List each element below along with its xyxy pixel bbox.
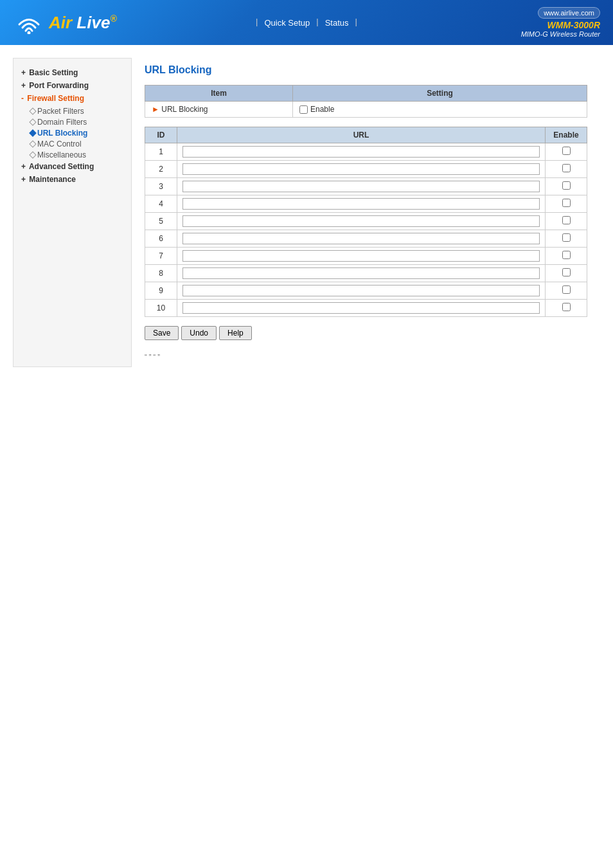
row-enable-checkbox-1[interactable] (562, 147, 571, 155)
row-enable-checkbox-9[interactable] (562, 285, 571, 294)
sidebar-item-advanced-setting[interactable]: + Advanced Setting (21, 162, 123, 171)
button-row: Save Undo Help (145, 326, 587, 340)
url-input-9[interactable] (182, 285, 540, 296)
url-table-row: 10 (145, 300, 587, 317)
url-col-enable: Enable (546, 127, 587, 143)
url-table-row: 2 (145, 161, 587, 178)
row-url-cell (177, 178, 546, 195)
help-button[interactable]: Help (219, 326, 252, 340)
row-enable-checkbox-7[interactable] (562, 251, 571, 259)
nav-separator2: | (316, 17, 318, 29)
plus-icon: + (21, 68, 26, 77)
row-enable-cell (546, 282, 587, 300)
nav-links: | Quick Setup | Status | (256, 17, 357, 29)
sidebar-item-basic-setting[interactable]: + Basic Setting (21, 68, 123, 77)
url-table-row: 8 (145, 265, 587, 282)
url-input-6[interactable] (182, 233, 540, 244)
row-id: 4 (145, 195, 177, 213)
save-button[interactable]: Save (145, 326, 179, 340)
row-enable-cell (546, 195, 587, 213)
url-col-id: ID (145, 127, 177, 143)
row-enable-checkbox-4[interactable] (562, 199, 571, 207)
row-enable-cell (546, 230, 587, 248)
sidebar-item-port-forwarding[interactable]: + Port Forwarding (21, 81, 123, 90)
url-blocking-cell-setting: Enable (293, 102, 587, 118)
url-input-2[interactable] (182, 163, 540, 175)
url-table-row: 7 (145, 248, 587, 265)
url-blocking-enable-checkbox[interactable] (299, 105, 308, 114)
row-url-cell (177, 265, 546, 282)
url-input-10[interactable] (182, 302, 540, 314)
sidebar-label-port: Port Forwarding (29, 81, 89, 90)
wifi-logo-icon (13, 12, 45, 34)
row-enable-checkbox-6[interactable] (562, 233, 571, 242)
row-enable-checkbox-10[interactable] (562, 303, 571, 311)
url-blocking-row: ► URL Blocking Enable (145, 102, 587, 118)
nav-status[interactable]: Status (321, 17, 353, 29)
sub-label-misc: Miscellaneous (37, 150, 86, 159)
url-input-8[interactable] (182, 267, 540, 279)
nav-quick-setup[interactable]: Quick Setup (260, 17, 314, 29)
sidebar-item-mac-control[interactable]: MAC Control (30, 140, 123, 149)
row-id: 2 (145, 161, 177, 178)
sidebar-item-firewall[interactable]: - Firewall Setting (21, 94, 123, 103)
row-enable-cell (546, 300, 587, 317)
url-input-1[interactable] (182, 146, 540, 158)
row-enable-checkbox-8[interactable] (562, 268, 571, 276)
sub-label-mac: MAC Control (37, 140, 82, 149)
footnote: “ ” “ ” (145, 353, 587, 361)
url-input-3[interactable] (182, 181, 540, 192)
row-id: 10 (145, 300, 177, 317)
sidebar-item-packet-filters[interactable]: Packet Filters (30, 107, 123, 116)
diamond-icon5 (29, 151, 36, 158)
device-info: www.airlive.com WMM-3000R MIMO-G Wireles… (521, 7, 600, 38)
url-col-url: URL (177, 127, 546, 143)
url-input-4[interactable] (182, 198, 540, 210)
sidebar-item-domain-filters[interactable]: Domain Filters (30, 118, 123, 127)
nav-separator: | (256, 17, 258, 29)
logo-area: Air Live® (13, 12, 117, 34)
row-enable-checkbox-2[interactable] (562, 164, 571, 172)
url-blocking-cell-item: ► URL Blocking (145, 102, 293, 118)
page-title: URL Blocking (145, 64, 587, 76)
url-input-7[interactable] (182, 250, 540, 262)
url-table-row: 9 (145, 282, 587, 300)
row-enable-checkbox-3[interactable] (562, 181, 571, 190)
url-table-row: 1 (145, 143, 587, 161)
row-id: 3 (145, 178, 177, 195)
enable-label[interactable]: Enable (299, 105, 580, 114)
row-id: 7 (145, 248, 177, 265)
row-enable-cell (546, 248, 587, 265)
website-label: www.airlive.com (538, 7, 600, 19)
minus-icon: - (21, 94, 24, 103)
row-enable-cell (546, 213, 587, 230)
diamond-icon4 (29, 140, 36, 147)
sub-label-url: URL Blocking (37, 129, 87, 138)
undo-button[interactable]: Undo (181, 326, 217, 340)
row-url-cell (177, 300, 546, 317)
arrow-right-icon: ► (152, 105, 159, 114)
url-input-5[interactable] (182, 215, 540, 227)
main-container: + Basic Setting + Port Forwarding - Fire… (0, 45, 613, 380)
diamond-icon (29, 107, 36, 114)
sub-label-domain: Domain Filters (37, 118, 87, 127)
sidebar-item-maintenance[interactable]: + Maintenance (21, 175, 123, 184)
sidebar: + Basic Setting + Port Forwarding - Fire… (13, 58, 132, 367)
row-url-cell (177, 143, 546, 161)
plus-icon3: + (21, 162, 26, 171)
row-url-cell (177, 230, 546, 248)
url-table-row: 3 (145, 178, 587, 195)
col-header-setting: Setting (293, 86, 587, 102)
sidebar-item-miscellaneous[interactable]: Miscellaneous (30, 150, 123, 159)
row-enable-checkbox-5[interactable] (562, 216, 571, 224)
row-id: 6 (145, 230, 177, 248)
nav-separator3: | (355, 17, 357, 29)
sidebar-label-firewall: Firewall Setting (27, 94, 84, 103)
row-id: 1 (145, 143, 177, 161)
url-table-row: 4 (145, 195, 587, 213)
url-entries-table: ID URL Enable 1 2 3 (145, 127, 587, 317)
sidebar-item-url-blocking[interactable]: URL Blocking (30, 129, 123, 138)
sub-label-packet: Packet Filters (37, 107, 84, 116)
row-id: 9 (145, 282, 177, 300)
row-enable-cell (546, 178, 587, 195)
